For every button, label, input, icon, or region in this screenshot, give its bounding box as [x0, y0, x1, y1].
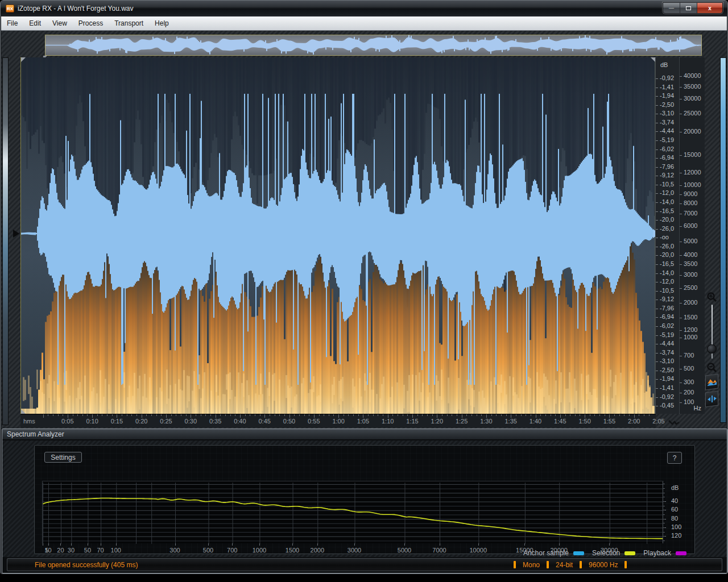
- legend-swatch: [573, 551, 584, 555]
- time-tick: [383, 414, 383, 416]
- spectrum-xtick-mark: [48, 543, 49, 546]
- menu-bar: FileEditViewProcessTransportHelp: [1, 16, 727, 31]
- time-ruler[interactable]: hms0:050:100:150:200:250:300:350:400:450…: [20, 414, 656, 427]
- time-tick: [201, 414, 201, 416]
- spectrum-xtick-label: 30: [68, 547, 75, 554]
- freq-ruler-label: 200: [684, 389, 694, 396]
- freq-ruler-label: 700: [684, 352, 694, 359]
- menu-item-process[interactable]: Process: [73, 17, 109, 30]
- legend-label: Playback: [643, 549, 671, 557]
- time-tick: [594, 414, 595, 416]
- spectrum-xtick-mark: [71, 543, 72, 546]
- amp-ruler-label: -1,94: [660, 92, 674, 99]
- time-tick: [245, 414, 246, 416]
- time-label: 1:55: [603, 418, 615, 425]
- settings-button[interactable]: Settings: [44, 452, 82, 463]
- freq-ruler-tick: [680, 173, 682, 173]
- zoom-out-icon[interactable]: [706, 362, 718, 373]
- time-tick: [112, 414, 113, 416]
- amp-ruler-tick: [656, 140, 658, 141]
- amp-ruler-tick: [656, 78, 658, 79]
- spectrogram-waveform-blend-button[interactable]: [705, 373, 718, 390]
- time-tick: [477, 414, 477, 416]
- spectrum-xtick-mark: [559, 543, 560, 546]
- time-tick: [235, 414, 235, 416]
- freq-ruler-label: 10000: [684, 181, 701, 188]
- fit-horizontal-button[interactable]: [705, 390, 718, 407]
- spectrum-xtick-mark: [259, 543, 260, 546]
- amp-ruler-label: -10,5: [660, 287, 674, 294]
- time-label: 1:45: [554, 418, 566, 425]
- selection-handle-bottom-left[interactable]: [21, 409, 26, 414]
- menu-item-view[interactable]: View: [47, 17, 73, 30]
- time-tick: [260, 414, 260, 416]
- overview-waveform[interactable]: [45, 35, 702, 56]
- close-button[interactable]: x: [697, 3, 722, 13]
- title-bar[interactable]: RX iZotope RX - A I Won't Forget You.wav…: [1, 1, 727, 16]
- selection-handle-top-left[interactable]: [21, 57, 26, 62]
- playhead-marker-left-icon[interactable]: [13, 230, 19, 238]
- freq-ruler-tick: [680, 288, 682, 289]
- restore-button[interactable]: [680, 3, 697, 13]
- spectrum-plot[interactable]: [42, 481, 662, 543]
- spectrum-db-minor-tick: [663, 506, 665, 506]
- time-tick: [457, 414, 457, 416]
- spectrum-xtick-label: 300: [169, 547, 180, 554]
- freq-ruler-tick: [680, 114, 682, 114]
- amp-ruler-label: -14,0: [660, 269, 674, 276]
- time-tick: [422, 414, 423, 416]
- legend-item-selection: Selection: [592, 549, 635, 557]
- zoom-in-icon[interactable]: [706, 292, 718, 303]
- time-label: 1:50: [578, 418, 590, 425]
- vertical-scrollbar-left[interactable]: [2, 57, 9, 425]
- time-label: 2:00: [628, 418, 640, 425]
- vertical-scrollbar-right[interactable]: [720, 57, 726, 423]
- amp-ruler-label: -5,19: [660, 136, 674, 143]
- freq-ruler-tick: [680, 242, 682, 242]
- spectrum-analyzer-titlebar[interactable]: Spectrum Analyzer: [2, 429, 727, 440]
- time-tick: [605, 414, 605, 416]
- menu-item-file[interactable]: File: [1, 17, 23, 30]
- amp-ruler-tick: [656, 211, 658, 212]
- time-tick: [333, 414, 334, 416]
- freq-ruler-label: 2000: [684, 299, 697, 306]
- time-label: 0:05: [61, 418, 73, 425]
- time-tick: [358, 414, 359, 416]
- time-tick: [555, 414, 556, 416]
- time-tick: [398, 414, 398, 416]
- time-tick: [230, 414, 231, 416]
- help-button[interactable]: ?: [667, 452, 682, 464]
- amp-ruler-tick: [656, 255, 658, 256]
- amp-ruler-tick: [656, 317, 658, 318]
- menu-item-help[interactable]: Help: [149, 17, 175, 30]
- spectrum-xtick-label: 1500: [286, 547, 299, 554]
- menu-item-transport[interactable]: Transport: [109, 17, 149, 30]
- spectrum-xtick-mark: [88, 543, 88, 546]
- time-tick: [53, 414, 53, 416]
- status-bar: File opened successfully (405 ms) Mono 2…: [7, 558, 722, 571]
- time-tick: [58, 414, 59, 416]
- time-tick: [279, 414, 280, 416]
- spectrogram-waveform-display[interactable]: [20, 57, 655, 414]
- freq-ruler-tick: [680, 255, 682, 256]
- amp-ruler-label: -1,94: [660, 375, 674, 382]
- spectrum-db-minor-tick: [663, 484, 665, 484]
- time-tick: [131, 414, 132, 416]
- selection-handle-top-right[interactable]: [651, 57, 655, 62]
- spectrum-xtick-mark: [43, 543, 43, 546]
- amp-ruler-label: -0,45: [660, 402, 674, 409]
- menu-item-edit[interactable]: Edit: [23, 17, 47, 30]
- time-tick: [368, 414, 369, 416]
- time-label: 0:50: [283, 418, 295, 425]
- time-tick: [161, 414, 162, 416]
- time-tick: [373, 414, 374, 416]
- amp-ruler-tick: [656, 229, 658, 230]
- spectrum-db-label: 40: [671, 497, 678, 504]
- frequency-hz-ruler[interactable]: 4000035000300002500020000150001200010000…: [679, 57, 705, 414]
- freq-ruler-tick: [680, 338, 682, 338]
- time-label: 0:20: [135, 418, 147, 425]
- zoom-slider-knob[interactable]: [707, 344, 717, 354]
- time-tick: [225, 414, 226, 416]
- amplitude-db-ruler[interactable]: dB-0,92-1,41-1,94-2,50-3,10-3,74-4,44-5,…: [655, 57, 679, 414]
- minimize-button[interactable]: —: [663, 3, 680, 13]
